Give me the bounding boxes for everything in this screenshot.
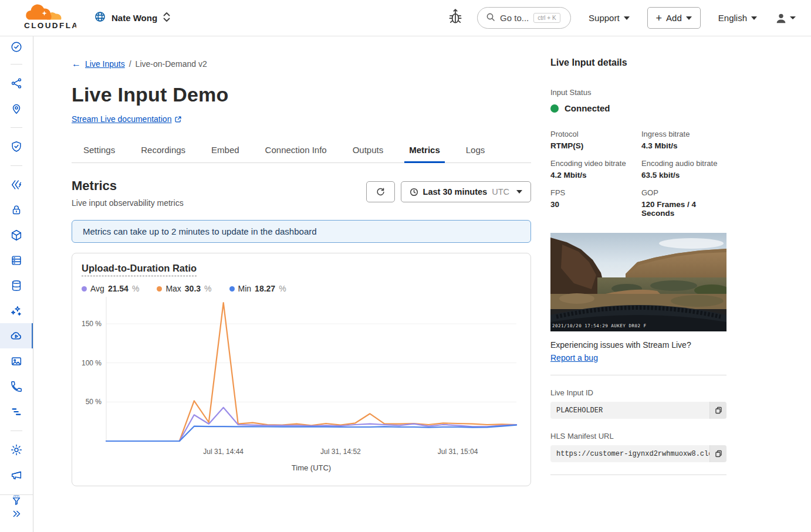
chart-title[interactable]: Upload-to-Duration Ratio bbox=[82, 263, 197, 276]
hls-manifest-url-field: https://customer-igynxd2rwhmuoxw8.cloudf bbox=[550, 445, 726, 462]
shield-icon bbox=[10, 140, 23, 153]
svg-text:150 %: 150 % bbox=[82, 320, 102, 328]
timezone-label: UTC bbox=[492, 187, 509, 196]
search-shortcut: ctrl + K bbox=[533, 13, 560, 23]
sidebar-item-stream[interactable] bbox=[0, 323, 33, 348]
live-input-id-field: PLACEHOLDER bbox=[550, 402, 726, 419]
phone-icon bbox=[10, 380, 23, 393]
sidebar-item-settings[interactable] bbox=[0, 437, 33, 462]
sidebar-divider bbox=[0, 159, 33, 172]
svg-text:Time (UTC): Time (UTC) bbox=[292, 463, 331, 472]
sidebar-item-images[interactable] bbox=[0, 348, 33, 374]
bug-report-icon[interactable] bbox=[448, 8, 463, 28]
svg-text:50 %: 50 % bbox=[86, 398, 102, 406]
input-status-label: Input Status bbox=[550, 88, 726, 97]
sidebar-item-calls[interactable] bbox=[0, 374, 33, 399]
video-preview-frame bbox=[550, 233, 726, 331]
live-input-id-value[interactable]: PLACEHOLDER bbox=[550, 402, 709, 419]
sidebar-item-location[interactable] bbox=[0, 96, 33, 121]
clock-icon bbox=[410, 188, 418, 196]
sidebar-collapse[interactable] bbox=[0, 494, 33, 532]
plus-icon: + bbox=[656, 13, 663, 23]
legend-item-min: Min 18.27 % bbox=[229, 284, 286, 293]
video-bitrate-label: Encoding video bitrate bbox=[550, 159, 636, 168]
tab-embed[interactable]: Embed bbox=[210, 139, 241, 162]
lock-icon bbox=[10, 204, 23, 216]
legend-dot-min bbox=[229, 286, 235, 292]
sidebar-item-ai[interactable] bbox=[0, 298, 33, 323]
sidebar-item-pipelines[interactable] bbox=[0, 399, 33, 424]
legend-dot-max bbox=[157, 286, 162, 292]
legend-item-avg: Avg 21.54 % bbox=[82, 284, 139, 293]
cloudflare-logo[interactable]: CLOUDFLARE bbox=[8, 4, 76, 32]
globe-icon bbox=[94, 11, 106, 25]
protocol-label: Protocol bbox=[550, 130, 636, 138]
sidebar-item-security[interactable] bbox=[0, 134, 33, 159]
breadcrumb-current: Live-on-Demand v2 bbox=[136, 59, 207, 69]
task-bars-icon bbox=[10, 405, 23, 418]
language-menu[interactable]: English bbox=[718, 13, 757, 23]
megaphone-icon bbox=[10, 469, 23, 482]
tab-connection-info[interactable]: Connection Info bbox=[264, 139, 328, 162]
chart-legend: Avg 21.54 % Max 30.3 % Min 18.27 % bbox=[82, 284, 521, 293]
tab-outputs[interactable]: Outputs bbox=[352, 139, 385, 162]
location-pin-icon bbox=[10, 102, 23, 115]
add-button[interactable]: + Add bbox=[647, 7, 701, 29]
external-link-icon bbox=[174, 116, 182, 123]
support-menu[interactable]: Support bbox=[589, 13, 630, 23]
breadcrumb-back-link[interactable]: Live Inputs bbox=[85, 59, 125, 69]
sidebar-item-ssl[interactable] bbox=[0, 197, 33, 222]
protocol-value: RTMP(S) bbox=[550, 141, 636, 150]
video-timestamp-overlay: 2021/10/20 17:54:29 AUKEY DR02 F bbox=[552, 323, 647, 328]
sidebar-divider bbox=[0, 121, 33, 134]
time-range-value: Last 30 minutes bbox=[423, 187, 488, 196]
copy-hls-url-button[interactable] bbox=[709, 445, 726, 462]
tab-recordings[interactable]: Recordings bbox=[140, 139, 187, 162]
time-check-icon bbox=[10, 40, 23, 53]
details-heading: Live Input details bbox=[550, 57, 726, 68]
sidebar-divider bbox=[0, 57, 33, 70]
sidebar-item-workers[interactable] bbox=[0, 222, 33, 248]
collapse-chevrons-icon bbox=[10, 507, 23, 520]
sidebar-item-storage[interactable] bbox=[0, 248, 33, 273]
sidebar-item-notifications[interactable] bbox=[0, 462, 33, 487]
status-dot-connected bbox=[550, 104, 559, 113]
live-input-details-panel: Live Input details Input Status Connecte… bbox=[550, 36, 726, 475]
sidebar-item-time-check[interactable] bbox=[0, 36, 33, 57]
database-icon bbox=[10, 279, 23, 292]
select-updown-icon bbox=[163, 11, 171, 25]
copy-live-input-id-button[interactable] bbox=[709, 402, 726, 419]
sidebar-item-speed[interactable] bbox=[0, 172, 33, 197]
ingress-bitrate-value: 4.3 Mbit/s bbox=[641, 141, 726, 150]
stream-docs-link[interactable]: Stream Live documentation bbox=[72, 114, 171, 124]
refresh-button[interactable] bbox=[366, 181, 395, 202]
person-icon bbox=[775, 12, 788, 25]
account-switcher[interactable]: Nate Wong bbox=[94, 11, 171, 25]
hls-manifest-url-value[interactable]: https://customer-igynxd2rwhmuoxw8.cloudf bbox=[550, 445, 709, 462]
stream-cloud-play-icon bbox=[9, 329, 23, 343]
svg-text:Jul 31, 14:52: Jul 31, 14:52 bbox=[320, 448, 361, 456]
tab-logs[interactable]: Logs bbox=[465, 139, 486, 162]
chevron-down-icon bbox=[751, 16, 757, 20]
legend-dot-avg bbox=[82, 286, 87, 292]
audio-bitrate-value: 63.5 kbit/s bbox=[641, 171, 726, 179]
tab-settings[interactable]: Settings bbox=[82, 139, 116, 162]
svg-text:CLOUDFLARE: CLOUDFLARE bbox=[24, 21, 76, 30]
profile-menu[interactable] bbox=[775, 12, 796, 25]
chevron-down-icon bbox=[624, 16, 630, 20]
metrics-subheading: Live input observability metrics bbox=[72, 198, 184, 208]
sidebar-item-database[interactable] bbox=[0, 273, 33, 298]
audio-bitrate-label: Encoding audio bitrate bbox=[641, 159, 726, 168]
tab-metrics[interactable]: Metrics bbox=[408, 139, 441, 162]
report-bug-link[interactable]: Report a bug bbox=[550, 353, 598, 362]
workers-cube-icon bbox=[10, 229, 23, 242]
global-search[interactable]: Go to... ctrl + K bbox=[477, 7, 571, 29]
copy-icon bbox=[714, 449, 723, 458]
back-arrow-icon: ← bbox=[72, 59, 81, 69]
refresh-icon bbox=[376, 187, 386, 197]
breadcrumb-separator: / bbox=[129, 59, 131, 69]
sidebar-item-network[interactable] bbox=[0, 70, 33, 96]
time-range-dropdown[interactable]: Last 30 minutes UTC bbox=[401, 181, 531, 202]
chart-card: Upload-to-Duration Ratio Avg 21.54 % Max… bbox=[72, 253, 531, 486]
upload-duration-chart: 50 %100 %150 %Jul 31, 14:44Jul 31, 14:52… bbox=[82, 293, 522, 475]
